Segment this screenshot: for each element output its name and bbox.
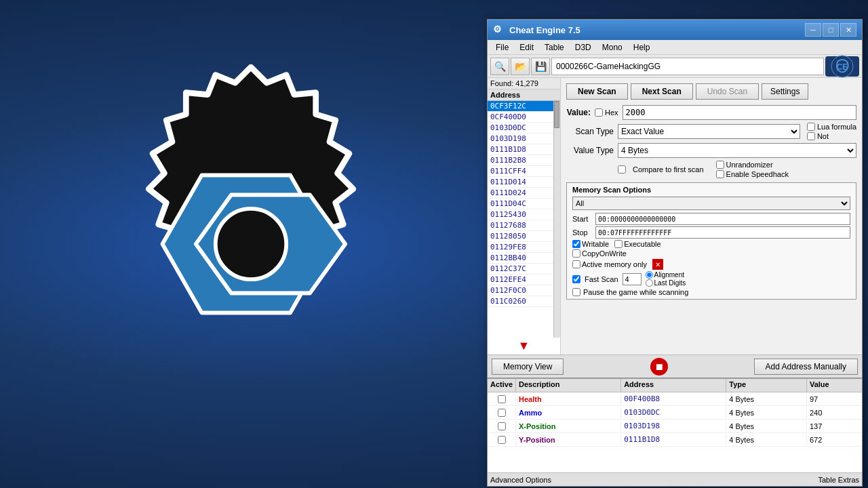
fast-scan-value-input[interactable] — [623, 273, 642, 285]
writable-checkbox[interactable] — [572, 240, 580, 248]
last-digits-radio[interactable] — [646, 279, 653, 287]
pause-checkbox[interactable] — [572, 288, 580, 296]
settings-button[interactable]: Settings — [762, 83, 808, 100]
minimize-button[interactable]: ─ — [805, 23, 821, 37]
list-item[interactable]: 01129FE8 — [488, 242, 553, 253]
alignment-radio[interactable] — [646, 271, 653, 279]
unrandomizer-check: Unrandomizer — [716, 161, 789, 169]
speedhack-label: Enable Speedhack — [726, 170, 789, 178]
menu-mono[interactable]: Mono — [597, 41, 628, 54]
row-active-checkbox[interactable] — [498, 395, 506, 403]
row-active-checkbox[interactable] — [498, 422, 506, 430]
alignment-radios: Alignment Last Digits — [646, 271, 686, 287]
address-list[interactable]: 0CF3F12C 0CF400D0 0103D0DC 0103D198 0111… — [488, 101, 553, 338]
list-item[interactable]: 0111B2B8 — [488, 155, 553, 166]
remove-button[interactable]: ✕ — [652, 259, 663, 270]
copy-on-write-checkbox[interactable] — [572, 249, 580, 258]
row-active-checkbox[interactable] — [498, 409, 506, 417]
executable-checkbox[interactable] — [614, 240, 623, 248]
close-button[interactable]: ✕ — [840, 23, 856, 37]
list-item[interactable]: 0112C37C — [488, 264, 553, 274]
menu-help[interactable]: Help — [628, 41, 656, 54]
fast-scan-checkbox[interactable] — [572, 275, 580, 283]
last-digits-label: Last Digits — [654, 279, 686, 287]
list-item[interactable]: 0112F0C0 — [488, 285, 553, 296]
scrollbar-thumb[interactable] — [554, 101, 559, 128]
list-item[interactable]: 01127688 — [488, 220, 553, 231]
memory-check-row3: Active memory only ✕ — [572, 259, 850, 270]
active-memory-checkbox[interactable] — [572, 260, 580, 268]
value-type-select[interactable]: 1 Byte 2 Bytes 4 Bytes 8 Bytes Float Dou… — [618, 143, 856, 158]
list-item[interactable]: 0103D198 — [488, 134, 553, 144]
lua-formula-checkbox[interactable] — [807, 123, 815, 131]
next-scan-button[interactable]: Next Scan — [631, 83, 693, 100]
menu-table[interactable]: Table — [539, 41, 570, 54]
row-active-checkbox[interactable] — [498, 436, 506, 444]
row-active[interactable] — [488, 434, 516, 445]
row-address: 0111B1D8 — [621, 434, 726, 445]
list-item[interactable]: 01128050 — [488, 231, 553, 242]
address-scrollbar[interactable] — [553, 101, 560, 338]
value-input[interactable] — [623, 105, 856, 120]
new-scan-button[interactable]: New Scan — [566, 83, 628, 100]
open-button[interactable]: 🔍 — [490, 58, 509, 75]
list-item[interactable]: 0CF400D0 — [488, 112, 553, 123]
table-row[interactable]: X-Position 0103D198 4 Bytes 137 — [488, 420, 862, 433]
row-type: 4 Bytes — [726, 394, 807, 405]
speedhack-checkbox[interactable] — [716, 170, 724, 178]
bottom-toolbar: Memory View ⏹ Add Address Manually — [488, 354, 862, 378]
status-bar: Advanced Options Table Extras — [488, 472, 862, 486]
active-memory-check: Active memory only — [572, 260, 647, 268]
table-row[interactable]: Health 00F400B8 4 Bytes 97 — [488, 392, 862, 406]
memory-region-select[interactable]: All Custom — [572, 197, 850, 210]
scan-type-select[interactable]: Exact Value Bigger than... Smaller than.… — [618, 124, 800, 139]
status-right: Table Extras — [818, 476, 859, 484]
writable-label: Writable — [582, 240, 609, 248]
folder-button[interactable]: 📂 — [511, 58, 530, 75]
list-item[interactable]: 0103D0DC — [488, 123, 553, 134]
value-row: Value: Hex — [566, 105, 856, 120]
not-checkbox[interactable] — [807, 132, 815, 140]
list-item[interactable]: 0111B1D8 — [488, 144, 553, 155]
hex-checkbox[interactable] — [595, 108, 603, 117]
unrandomizer-checkbox[interactable] — [716, 161, 724, 169]
table-row[interactable]: Ammo 0103D0DC 4 Bytes 240 — [488, 406, 862, 420]
row-value: 672 — [807, 434, 862, 445]
list-item[interactable]: 01125430 — [488, 209, 553, 220]
menu-d3d[interactable]: D3D — [570, 41, 597, 54]
list-item[interactable]: 0111CFF4 — [488, 166, 553, 177]
table-row[interactable]: Y-Position 0111B1D8 4 Bytes 672 — [488, 433, 862, 447]
list-item[interactable]: 0112EFE4 — [488, 274, 553, 285]
list-item[interactable]: 0111D024 — [488, 188, 553, 199]
stop-scan-area: ⏹ — [566, 358, 751, 375]
menu-edit[interactable]: Edit — [514, 41, 539, 54]
save-button[interactable]: 💾 — [531, 58, 550, 75]
lower-table: Active Description Address Type Value He… — [488, 378, 862, 472]
compare-first-checkbox[interactable] — [618, 165, 626, 174]
col-active: Active — [488, 379, 516, 392]
undo-scan-button[interactable]: Undo Scan — [696, 83, 759, 100]
pause-row: Pause the game while scanning — [572, 288, 850, 296]
list-item[interactable]: 011C0260 — [488, 296, 553, 307]
row-active[interactable] — [488, 421, 516, 432]
scan-type-label: Scan Type — [566, 127, 614, 136]
scan-type-row: Scan Type Exact Value Bigger than... Sma… — [566, 123, 856, 140]
row-active[interactable] — [488, 407, 516, 418]
stop-icon[interactable]: ⏹ — [650, 358, 668, 375]
executable-check: Executable — [614, 240, 660, 248]
menu-file[interactable]: File — [490, 41, 514, 54]
list-item[interactable]: 0111D014 — [488, 177, 553, 188]
alignment-label: Alignment — [654, 271, 684, 279]
memory-view-button[interactable]: Memory View — [492, 359, 564, 375]
row-active[interactable] — [488, 394, 516, 405]
list-item[interactable]: 0CF3F12C — [488, 101, 553, 112]
start-input[interactable] — [595, 213, 850, 225]
list-item[interactable]: 0112BB40 — [488, 253, 553, 264]
list-item[interactable]: 0111D04C — [488, 199, 553, 209]
add-address-button[interactable]: Add Address Manually — [754, 359, 858, 375]
row-description: Health — [516, 394, 621, 405]
maximize-button[interactable]: □ — [823, 23, 839, 37]
stop-input[interactable] — [595, 226, 850, 239]
row-value: 137 — [807, 421, 862, 432]
not-label: Not — [817, 132, 829, 140]
